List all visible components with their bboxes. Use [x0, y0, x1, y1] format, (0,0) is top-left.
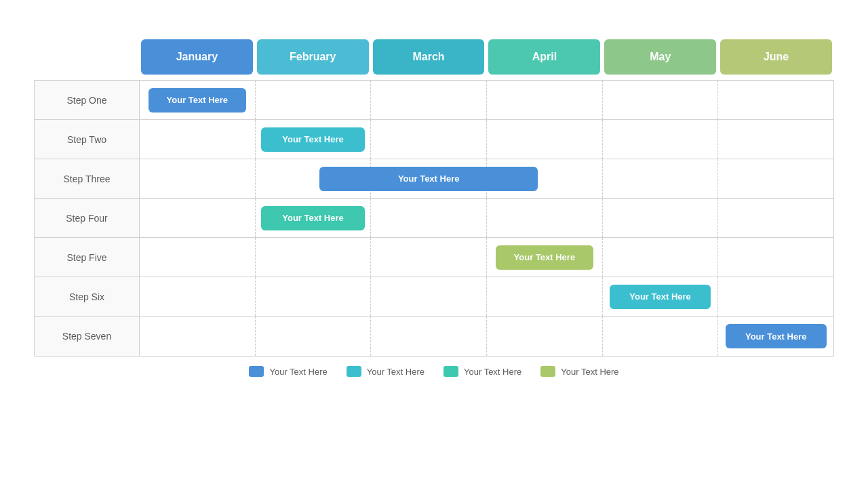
grid-col	[256, 81, 372, 119]
grid-col	[718, 120, 833, 159]
grid-row: Step FiveYour Text Here	[35, 238, 833, 277]
step-label: Step Four	[35, 199, 140, 237]
months-row: JanuaryFebruaryMarchAprilMayJune	[139, 39, 834, 75]
grid-table: Step OneYour Text HereStep TwoYour Text …	[34, 80, 834, 357]
grid-col	[140, 317, 256, 356]
legend-label: Your Text Here	[561, 367, 618, 377]
task-bar[interactable]: Your Text Here	[319, 167, 538, 191]
step-label: Step Five	[35, 238, 140, 277]
grid-col	[256, 277, 372, 316]
grid-col: Your Text Here	[256, 199, 372, 237]
grid-col: Your Text Here	[718, 317, 833, 356]
grid-col: Your Text Here	[487, 238, 603, 277]
step-label: Step Two	[35, 120, 140, 159]
grid-col	[140, 159, 256, 198]
grid-row: Step ThreeYour Text Here	[35, 159, 833, 199]
task-bar[interactable]: Your Text Here	[149, 88, 246, 113]
legend-item: Your Text Here	[443, 366, 521, 377]
grid-cols: Your Text Here	[140, 317, 833, 356]
grid-col	[371, 120, 487, 159]
grid-col	[256, 317, 372, 356]
legend: Your Text HereYour Text HereYour Text He…	[249, 366, 618, 377]
grid-col	[487, 199, 603, 237]
grid-col: Your Text Here	[603, 277, 719, 316]
task-bar[interactable]: Your Text Here	[261, 127, 365, 152]
grid-col	[371, 238, 487, 277]
legend-label: Your Text Here	[367, 367, 425, 377]
legend-swatch	[249, 366, 264, 377]
grid-col	[718, 159, 833, 198]
grid-col	[603, 159, 719, 198]
step-label: Step Seven	[35, 317, 140, 356]
grid-col	[718, 81, 833, 119]
task-bar[interactable]: Your Text Here	[726, 324, 827, 348]
month-header-january: January	[141, 39, 253, 75]
month-header-march: March	[373, 39, 485, 75]
grid-cols: Your Text Here	[140, 159, 833, 198]
grid-cols: Your Text Here	[140, 81, 833, 119]
grid-col	[487, 81, 603, 119]
grid-col	[718, 238, 833, 277]
month-header-february: February	[257, 39, 369, 75]
month-header-may: May	[604, 39, 716, 75]
step-label: Step Three	[35, 159, 140, 198]
step-label: Step One	[35, 81, 140, 119]
month-header-june: June	[720, 39, 832, 75]
grid-col	[603, 81, 719, 119]
grid-col	[718, 277, 833, 316]
grid-col	[603, 120, 719, 159]
grid-row: Step SixYour Text Here	[35, 277, 833, 317]
grid-col	[487, 317, 603, 356]
grid-col	[140, 238, 256, 277]
legend-swatch	[443, 366, 458, 377]
grid-col: Your Text Here	[256, 120, 372, 159]
grid-col	[371, 81, 487, 119]
grid-col	[140, 277, 256, 316]
grid-col	[603, 238, 719, 277]
grid-col	[256, 238, 372, 277]
legend-item: Your Text Here	[540, 366, 618, 377]
grid-col	[718, 199, 833, 237]
grid-col	[487, 277, 603, 316]
grid-cols: Your Text Here	[140, 238, 833, 277]
grid-col	[487, 120, 603, 159]
grid-col	[371, 199, 487, 237]
grid-col	[140, 199, 256, 237]
month-header-april: April	[488, 39, 600, 75]
grid-row: Step FourYour Text Here	[35, 199, 833, 238]
grid-cols: Your Text Here	[140, 120, 833, 159]
legend-swatch	[540, 366, 555, 377]
grid-cols: Your Text Here	[140, 199, 833, 237]
roadmap-container: JanuaryFebruaryMarchAprilMayJune Step On…	[34, 39, 834, 357]
grid-col: Your Text Here	[140, 81, 256, 119]
grid-col	[371, 317, 487, 356]
legend-item: Your Text Here	[249, 366, 327, 377]
step-label: Step Six	[35, 277, 140, 316]
grid-row: Step OneYour Text Here	[35, 81, 833, 120]
grid-col: Your Text Here	[371, 159, 487, 198]
task-bar[interactable]: Your Text Here	[610, 285, 711, 309]
legend-swatch	[347, 366, 361, 377]
grid-col	[603, 317, 719, 356]
legend-label: Your Text Here	[269, 367, 327, 377]
grid-row: Step TwoYour Text Here	[35, 120, 833, 159]
grid-cols: Your Text Here	[140, 277, 833, 316]
grid-row: Step SevenYour Text Here	[35, 317, 833, 356]
task-bar[interactable]: Your Text Here	[261, 206, 365, 230]
legend-item: Your Text Here	[347, 366, 425, 377]
task-bar[interactable]: Your Text Here	[496, 245, 593, 270]
grid-col	[603, 199, 719, 237]
grid-col	[140, 120, 256, 159]
legend-label: Your Text Here	[464, 367, 521, 377]
grid-col	[371, 277, 487, 316]
